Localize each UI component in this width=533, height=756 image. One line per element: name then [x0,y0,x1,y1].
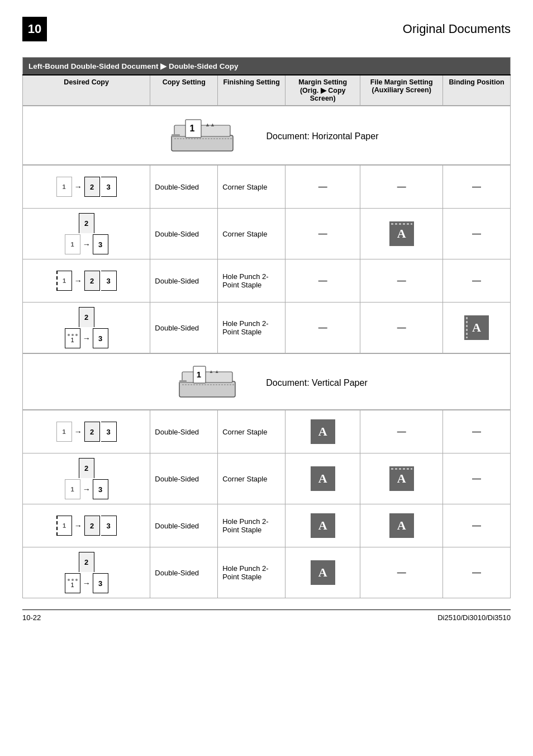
page-footer: 10-22 Di2510/Di3010/Di3510 [22,609,511,622]
binding-h1: — [443,166,511,209]
margin-v4: A [285,547,360,598]
copy-v3: Double-Sided [150,504,218,547]
svg-text:1: 1 [197,370,201,379]
file-v2: A [360,453,443,504]
copy-v4: Double-Sided [150,547,218,598]
col-header-copy: Copy Setting [150,75,218,106]
col-header-binding: Binding Position [443,75,511,106]
section-horizontal: 1 ▲▲ Document: Horizontal Paper [23,106,511,166]
section-vertical: 1 ▲ ▲ Document: Vertical Paper [23,353,511,410]
table-row-h2: 2 1 → 3 Double-Sided Corner Staple — A [23,209,511,259]
copy-h3: Double-Sided [150,259,218,303]
file-v3: A [360,504,443,547]
file-h2: A [360,209,443,259]
col-header-desired: Desired Copy [23,75,150,106]
page-title: Original Documents [403,22,511,36]
desired-v3: 1 → 2 3 [23,504,150,547]
finish-v2: Corner Staple [218,453,285,504]
desired-h4: 2 1 → 3 [23,303,150,353]
table-row-v4: 2 1 → 3 Double-Sided Hole Punch 2-Point … [23,547,511,598]
binding-v3: — [443,504,511,547]
table-row-v1: 1 → 2 3 Double-Sided Corner Staple A — — [23,410,511,453]
binding-v4: — [443,547,511,598]
page-number: 10 [22,17,47,41]
margin-v3: A [285,504,360,547]
binding-v1: — [443,410,511,453]
finish-h3: Hole Punch 2-Point Staple [218,259,285,303]
footer-left: 10-22 [22,613,41,622]
margin-h3: — [285,259,360,303]
file-v4: — [360,547,443,598]
svg-rect-1 [174,125,230,136]
binding-h4: A [443,303,511,353]
table-row-v2: 2 1 → 3 Double-Sided Corner Staple A A — [23,453,511,504]
copy-h2: Double-Sided [150,209,218,259]
svg-rect-8 [182,372,232,382]
svg-text:▲▲: ▲▲ [205,122,215,127]
table-row-h3: 1 → 2 3 Double-Sided Hole Punch 2-Point … [23,259,511,303]
svg-text:1: 1 [189,124,194,133]
desired-v4: 2 1 → 3 [23,547,150,598]
finish-h1: Corner Staple [218,166,285,209]
a-icon-margin-v3: A [311,513,335,538]
a-icon-margin-v2: A [311,466,335,491]
margin-v1: A [285,410,360,453]
margin-h2: — [285,209,360,259]
binding-v2: — [443,453,511,504]
copy-v2: Double-Sided [150,453,218,504]
margin-v2: A [285,453,360,504]
scanner-vertical-icon: 1 ▲ ▲ [165,362,249,404]
col-header-finishing: Finishing Setting [218,75,285,106]
desired-v2: 2 1 → 3 [23,453,150,504]
finish-v1: Corner Staple [218,410,285,453]
section2-label: Document: Vertical Paper [266,378,367,388]
finish-h4: Hole Punch 2-Point Staple [218,303,285,353]
svg-rect-9 [179,380,187,383]
a-icon-margin-v4: A [311,560,335,585]
desired-h2: 2 1 → 3 [23,209,150,259]
copy-h4: Double-Sided [150,303,218,353]
svg-text:▲ ▲: ▲ ▲ [209,369,219,374]
a-icon-file-h2: A [389,221,414,246]
binding-h3: — [443,259,511,303]
copy-h1: Double-Sided [150,166,218,209]
margin-h4: — [285,303,360,353]
desired-h1: 1 → 2 3 [23,166,150,209]
finish-v3: Hole Punch 2-Point Staple [218,504,285,547]
file-h4: — [360,303,443,353]
file-h1: — [360,166,443,209]
a-icon-file-v3: A [389,513,414,538]
table-row-h4: 2 1 → 3 Double-Sided Hole Punch 2-Point … [23,303,511,353]
col-header-margin: Margin Setting (Orig. ▶ Copy Screen) [285,75,360,106]
table-row-v3: 1 → 2 3 Double-Sided Hole Punch 2-Point … [23,504,511,547]
a-icon-file-v2: A [389,466,414,491]
desired-v1: 1 → 2 3 [23,410,150,453]
table-row-h1: 1 → 2 3 Double-Sided Corner Staple — — — [23,166,511,209]
copy-v1: Double-Sided [150,410,218,453]
svg-rect-7 [179,381,235,397]
finish-v4: Hole Punch 2-Point Staple [218,547,285,598]
binding-h2: — [443,209,511,259]
footer-right: Di2510/Di3010/Di3510 [437,613,511,622]
file-h3: — [360,259,443,303]
section1-label: Document: Horizontal Paper [266,131,379,141]
file-v1: — [360,410,443,453]
scanner-horizontal-icon: 1 ▲▲ [155,114,250,159]
a-icon-binding-h4: A [464,315,489,340]
margin-h1: — [285,166,360,209]
col-header-file: File Margin Setting (Auxiliary Screen) [360,75,443,106]
main-table: Left-Bound Double-Sided Document ▶ Doubl… [22,57,511,598]
desired-h3: 1 → 2 3 [23,259,150,303]
table-title: Left-Bound Double-Sided Document ▶ Doubl… [23,58,511,75]
page-header: 10 Original Documents [22,17,511,41]
svg-rect-0 [172,135,233,151]
finish-h2: Corner Staple [218,209,285,259]
a-icon-margin-v1: A [311,419,335,444]
svg-rect-2 [172,134,180,137]
